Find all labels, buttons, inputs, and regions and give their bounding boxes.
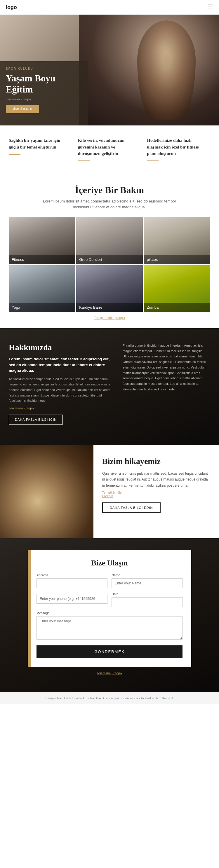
feature-3-border <box>147 160 159 161</box>
name-group: Name <box>112 573 183 588</box>
footer-note: Sample text. Click to select the text bo… <box>0 692 219 704</box>
contact-title: Bize Ulaşın <box>36 559 183 567</box>
features-section: Sağlıklı bir yaşam tarzı için güçlü bir … <box>0 125 219 173</box>
name-label: Name <box>112 573 183 577</box>
phone-group <box>36 592 107 607</box>
gallery-item-zumba-label: Zumba <box>144 303 210 312</box>
story-image-inner <box>0 445 93 538</box>
feature-1-border <box>9 154 21 155</box>
feature-1-text: Sağlıklı bir yaşam tarzı için güçlü bir … <box>9 137 69 150</box>
message-group: Message <box>36 611 183 640</box>
gallery-item-kardiyo-label: Kardiyo Barre <box>76 303 142 312</box>
address-group: Address <box>36 573 107 588</box>
hero-image-credit: Ten resim Freepik <box>6 97 82 101</box>
story-section: Bizim hikayemiz Quis viverra nibh cras p… <box>0 445 219 538</box>
date-label: Date <box>112 592 183 596</box>
about-section: Hakkımızda Lorem ipsum dolor sit amet, c… <box>0 328 219 445</box>
submit-button[interactable]: GÖNDERMEK <box>36 645 183 658</box>
address-label: Address <box>36 573 107 577</box>
about-more-button[interactable]: DAHA FAZLA BİLGİ İÇİN <box>9 414 63 425</box>
story-image <box>0 445 93 538</box>
contact-row-1: Address Name <box>36 573 183 588</box>
gallery-section: İçeriye Bir Bakın Lorem ipsum dolor sit … <box>0 173 219 329</box>
story-source: Ten görüntüler Freepik <box>102 491 210 498</box>
about-source: Ten resim Freepik <box>9 406 114 410</box>
about-title: Hakkımızda <box>9 343 114 352</box>
hamburger-menu-icon[interactable]: ☰ <box>207 3 213 11</box>
gallery-description: Lorem ipsum dolor sit amet, consectetur … <box>36 198 183 211</box>
hero-title: Yaşam BoyuEğitim <box>6 73 82 95</box>
contact-row-2: Date <box>36 592 183 607</box>
date-input[interactable] <box>112 597 183 607</box>
hero-join-button[interactable]: ŞİMDİ KATIL <box>6 105 39 113</box>
hero-section: SPOR KULÜBÜ Yaşam BoyuEğitim Ten resim F… <box>0 14 219 125</box>
story-more-button[interactable]: DAHA FAZLA BİLGİ EDİN <box>102 502 161 513</box>
gallery-title: İçeriye Bir Bakın <box>9 185 210 195</box>
feature-3: Hedeflerinize daha hızlı ulaşmak için öz… <box>147 137 210 161</box>
hero-subtitle: SPOR KULÜBÜ <box>6 67 82 70</box>
message-label: Message <box>36 611 183 615</box>
contact-source: Ten resim Freepik <box>97 671 122 675</box>
gallery-grid: Fitness Grup Dersleri pilates Yoga Kardi… <box>9 217 210 312</box>
feature-2-text: Kilo verin, vücudunuzun güvenini kazanın… <box>78 137 138 157</box>
logo: logo <box>6 4 17 10</box>
about-right: Fringilla ut morbi tincidunt augue inter… <box>122 343 210 425</box>
contact-row-3: Message <box>36 611 183 640</box>
name-input[interactable] <box>112 578 183 588</box>
about-subtitle: Lorem ipsum dolor sit amet, consectetur … <box>9 356 114 373</box>
feature-2: Kilo verin, vücudunuzun güvenini kazanın… <box>78 137 141 161</box>
phone-input[interactable] <box>36 594 107 604</box>
message-input[interactable] <box>36 616 183 640</box>
story-content: Bizim hikayemiz Quis viverra nibh cras p… <box>93 445 219 538</box>
orange-accent <box>28 550 31 667</box>
feature-1: Sağlıklı bir yaşam tarzı için güçlü bir … <box>9 137 72 161</box>
about-left: Hakkımızda Lorem ipsum dolor sit amet, c… <box>9 343 114 425</box>
about-right-text: Fringilla ut morbi tincidunt augue inter… <box>122 343 210 392</box>
about-content: Hakkımızda Lorem ipsum dolor sit amet, c… <box>0 328 219 439</box>
hero-person-silhouette <box>137 21 196 120</box>
gallery-item-group[interactable]: Grup Dersleri <box>76 217 142 264</box>
gallery-item-yoga[interactable]: Yoga <box>9 265 75 312</box>
address-input[interactable] <box>36 578 107 588</box>
feature-3-text: Hedeflerinize daha hızlı ulaşmak için öz… <box>147 137 207 157</box>
gallery-item-fitness[interactable]: Fitness <box>9 217 75 264</box>
gallery-item-yoga-label: Yoga <box>9 303 75 312</box>
contact-form-wrapper: Bize Ulaşın Address Name Date Messa <box>28 550 191 667</box>
gallery-item-pilates[interactable]: pilates <box>144 217 210 264</box>
feature-2-border <box>78 160 90 161</box>
gallery-item-pilates-label: pilates <box>144 255 210 264</box>
story-title: Bizim hikayemiz <box>102 457 210 466</box>
story-text: Quis viverra nibh cras pulvinar mattis s… <box>102 471 210 488</box>
gallery-item-kardiyo[interactable]: Kardiyo Barre <box>76 265 142 312</box>
gallery-item-fitness-label: Fitness <box>9 255 75 264</box>
header: logo ☰ <box>0 0 219 14</box>
gallery-item-group-label: Grup Dersleri <box>76 255 142 264</box>
contact-section: Bize Ulaşın Address Name Date Messa <box>0 538 219 692</box>
hero-overlay: SPOR KULÜBÜ Yaşam BoyuEğitim Ten resim F… <box>0 61 88 125</box>
about-text: Ac tincidunt vitae semper quis. Sed fauc… <box>9 376 114 404</box>
gallery-item-zumba[interactable]: Zumba <box>144 265 210 312</box>
gallery-source: Ten görüntüler freepik <box>9 316 210 319</box>
date-group: Date <box>112 592 183 607</box>
